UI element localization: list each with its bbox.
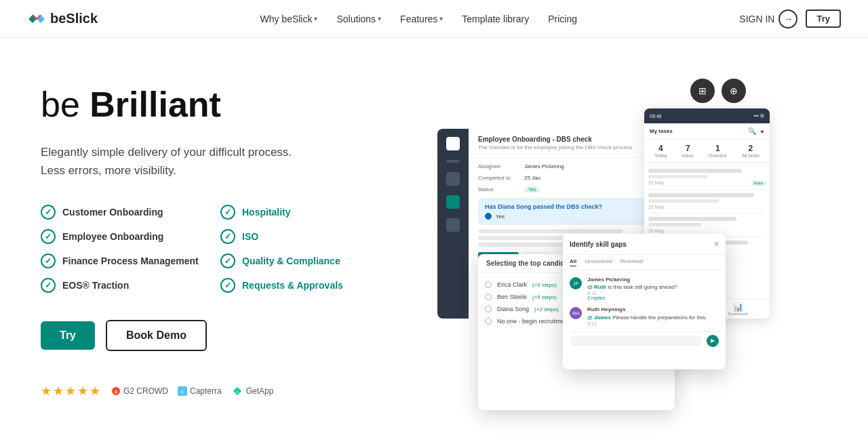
stats-row: 4 Today 7 Inbox 1 Overdue 2 All tasks [644,140,770,163]
search-icon[interactable]: 🔍 [748,127,756,135]
sidebar-icon-1 [446,160,460,163]
feature-iso: ✓ ISO [220,229,380,244]
reply-input-area: ▶ [570,331,719,347]
hero-subtitle: Elegantly simple delivery of your diffic… [41,143,380,180]
stars-row: ★★★★★ [41,384,102,399]
tab-unresolved[interactable]: Unresolved [585,258,612,266]
nav-why-beslick[interactable]: Why beSlick ▾ [260,14,317,24]
tab-all[interactable]: All [570,258,576,266]
radio-yes [485,213,492,220]
signin-link[interactable]: SIGN IN → [739,9,797,28]
capterra-logo: C Capterra [178,386,222,396]
nav-template-library[interactable]: Template library [462,14,529,24]
logo-text: beSlick [50,11,98,26]
svg-text:G: G [115,390,118,394]
mobile-status-bar: 09:48 ▪▪▪ ⊞ [644,108,770,123]
review-logos: G G2 CROWD C Capterra G GetApp [111,386,273,396]
tab-resolved[interactable]: Resolved [620,258,643,266]
try-button[interactable]: Try [41,321,95,350]
hero-action-icons: ⊞ ⊕ [690,79,746,103]
reply-input[interactable] [570,335,703,346]
site-logo[interactable]: beSlick [27,11,98,26]
sidebar-icon-3 [446,218,460,232]
check-icon: ✓ [220,205,235,220]
sidebar-logo [446,137,460,150]
g2crowd-icon: G [111,386,121,396]
feature-finance: ✓ Finance Process Management [41,253,200,268]
nav-solutions[interactable]: Solutions ▾ [336,14,381,24]
dialog-close-icon[interactable]: × [714,239,719,249]
app-sidebar [437,129,469,319]
check-icon: ✓ [41,253,56,268]
check-icon: ✓ [41,229,56,244]
check-icon: ✓ [41,205,56,220]
sidebar-icon-2 [446,172,460,186]
dialog-message-1: JP James Pickering @ Ruth is this task s… [570,276,719,300]
dialog-body: JP James Pickering @ Ruth is this task s… [563,270,726,352]
getapp-logo: G GetApp [231,386,274,396]
check-icon: ✓ [41,278,56,293]
features-grid: ✓ Customer Onboarding ✓ Hospitality ✓ Em… [41,205,380,293]
task-badge: Input [751,180,766,186]
chevron-down-icon: ▾ [378,15,381,22]
check-icon: ✓ [220,229,235,244]
radio-button [485,318,492,325]
stat-all: 2 All tasks [742,144,760,158]
logo-icon [27,12,46,26]
signin-icon: → [778,9,797,28]
svg-text:G: G [236,390,239,394]
onboarding-header: Employee Onboarding - DBS check The chec… [469,129,668,158]
avatar-james: JP [570,277,582,289]
hero-section: be Brilliant Elegantly simple delivery o… [0,38,868,448]
feature-employee-onboarding: ✓ Employee Onboarding [41,229,200,244]
getapp-icon: G [231,386,243,396]
g2crowd-logo: G G2 CROWD [111,386,168,396]
nav-features[interactable]: Features ▾ [400,14,443,24]
hero-right: ⊞ ⊕ Employee Onboarding - DBS check The … [380,79,827,393]
highlight-question: Has Diana Song passed the DBS check? Yes [478,198,658,225]
try-button-nav[interactable]: Try [806,9,841,28]
form-row-status: Status Yes [478,186,658,192]
send-button[interactable]: ▶ [707,335,719,347]
radio-button [485,293,492,300]
star-rating: ★★★★★ [41,384,102,399]
onboarding-title: Employee Onboarding - DBS check [478,136,658,143]
task-list-item: 25 May [648,190,766,213]
nav-actions: SIGN IN → Try [739,9,841,28]
feature-eos: ✓ EOS® Traction [41,278,200,293]
feature-customer-onboarding: ✓ Customer Onboarding [41,205,200,220]
check-icon: ✓ [220,278,235,293]
dialog-message-2: RH Ruth Heynings @ James Please handle t… [570,306,719,325]
book-demo-button[interactable]: Book Demo [106,320,207,351]
navbar: beSlick Why beSlick ▾ Solutions ▾ Featur… [0,0,868,38]
onboarding-subtitle: The checklist is for the employee joinin… [478,144,658,150]
stat-month: 1 Overdue [709,144,727,158]
reviews-section: ★★★★★ G G2 CROWD C Capterra G GetApp [41,384,380,399]
avatar-ruth: RH [570,307,582,319]
radio-button [485,306,492,312]
expand-icon-button[interactable]: ⊕ [722,79,746,103]
dialog-tabs: All Unresolved Resolved [563,255,726,270]
nav-pricing[interactable]: Pricing [548,14,577,24]
dashboard-icon: 📊 [728,302,748,312]
task-list-item: 25 May Input [648,165,766,190]
hero-buttons: Try Book Demo [41,320,380,351]
hero-title: be Brilliant [41,85,380,124]
feature-hospitality: ✓ Hospitality [220,205,380,220]
svg-text:C: C [181,390,184,394]
check-icon: ✓ [220,253,235,268]
form-row-completed: Completed to 25 Jan [478,175,658,181]
nav-dashboard[interactable]: 📊 Dashboard [728,302,748,316]
radio-button [485,281,492,288]
stat-week: 7 Inbox [682,144,694,158]
sidebar-icon-active [446,195,460,209]
feature-quality: ✓ Quality & Compliance [220,253,380,268]
form-row-assignee: Assignee James Pickering [478,163,658,169]
chevron-down-icon: ▾ [314,15,317,22]
stat-tasks: 4 Today [654,144,667,158]
copy-icon-button[interactable]: ⊞ [690,79,715,103]
capterra-icon: C [178,386,187,396]
hero-left: be Brilliant Elegantly simple delivery o… [41,79,380,399]
dialog-header: Identify skill gaps × [563,234,726,255]
content-row [478,229,623,233]
